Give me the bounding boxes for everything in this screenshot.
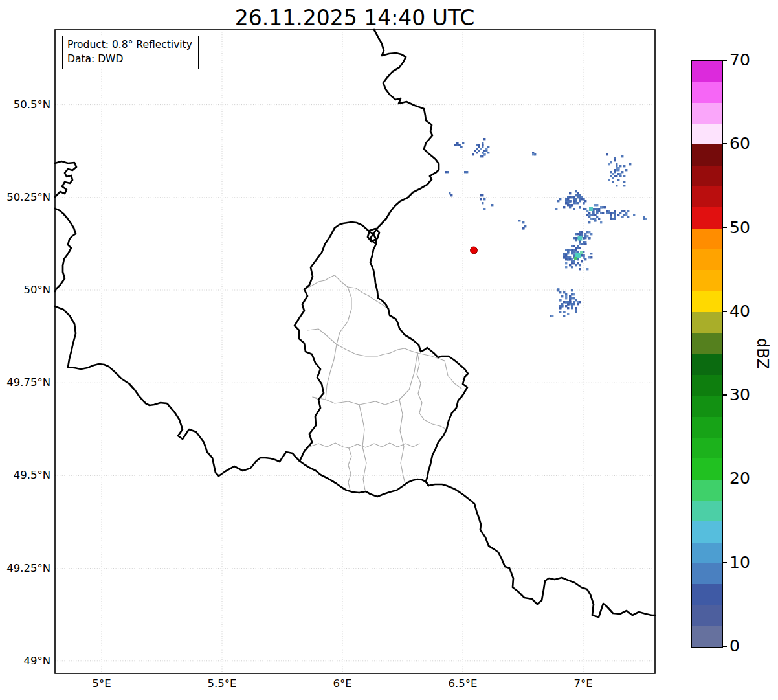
echo-bin (573, 237, 575, 239)
echo-bin (480, 198, 482, 200)
colorbar-tick-label: 20 (729, 469, 750, 488)
echo-bin (555, 208, 557, 210)
echo-bin (588, 212, 590, 214)
colorbar-block (692, 543, 722, 563)
echo-bin (588, 237, 590, 239)
echo-bin (621, 171, 623, 173)
echo-bin (586, 214, 588, 216)
echo-bin (627, 210, 629, 212)
colorbar-block (692, 82, 722, 102)
echo-bin (482, 146, 483, 148)
echo-bin (569, 303, 571, 305)
echo-bin (557, 200, 559, 202)
echo-bin (600, 206, 602, 208)
echo-bin (569, 297, 571, 299)
echo-bin (522, 227, 524, 229)
echo-bin (567, 256, 569, 258)
echo-bin (579, 196, 581, 198)
echo-bin (590, 253, 592, 254)
echo-bin (577, 258, 579, 260)
echo-bin (561, 303, 563, 305)
colorbar-block (692, 124, 722, 144)
colorbar-block (692, 375, 722, 396)
echo-bin (567, 202, 569, 204)
echo-bin (569, 301, 571, 303)
echo-bin (571, 258, 573, 260)
echo-bin (573, 245, 575, 247)
echo-bin (616, 163, 617, 165)
echo-bin (491, 204, 493, 206)
echo-bin (565, 253, 567, 254)
canton-border (399, 400, 406, 486)
echo-bin (623, 175, 625, 177)
echo-bin (581, 198, 583, 200)
echo-bin (569, 264, 571, 266)
echo-bin (579, 247, 581, 249)
echo-bin (559, 307, 561, 309)
lon-tick-label: 5°E (92, 677, 111, 690)
echo-bin (577, 202, 579, 204)
lon-tick-label: 6.5°E (449, 677, 478, 690)
echo-bin (567, 258, 569, 260)
echo-bin (569, 299, 571, 301)
colorbar-block (692, 521, 722, 542)
lat-tick-label: 49.25°N (0, 560, 50, 577)
echo-bin (612, 181, 614, 183)
echo-bin (596, 204, 598, 206)
echo-bin (616, 169, 617, 171)
echo-bin (598, 208, 600, 210)
colorbar-block (692, 207, 722, 228)
echo-bin (569, 256, 571, 258)
echo-bin (575, 247, 577, 249)
echo-bin (571, 253, 573, 254)
echo-bin (567, 200, 569, 202)
echo-bin (579, 206, 581, 208)
echo-bin (557, 289, 559, 291)
country-border (370, 30, 439, 244)
colorbar-block (692, 626, 722, 647)
echo-bin (571, 245, 573, 247)
echo-bin (592, 218, 594, 220)
echo-bin (573, 262, 575, 264)
echo-bin (571, 307, 573, 309)
echo-bin (476, 148, 478, 150)
echo-bin (629, 163, 631, 165)
echo-bin (602, 212, 604, 214)
echo-bin (579, 198, 581, 200)
echo-bin (559, 291, 561, 293)
echo-bin (583, 202, 584, 204)
colorbar-block (692, 291, 722, 312)
echo-bin (596, 212, 598, 214)
echo-bin (610, 216, 612, 218)
echo-bin (579, 200, 581, 202)
echo-bin (584, 243, 586, 245)
echo-bin (606, 212, 608, 214)
echo-bin (569, 258, 571, 260)
colorbar-tick-label: 60 (729, 134, 750, 153)
echo-bin (643, 216, 645, 218)
echo-bin (575, 237, 577, 239)
echo-bin (606, 153, 608, 155)
colorbar (691, 60, 723, 648)
echo-bin (579, 243, 581, 245)
canton-border (337, 287, 351, 344)
echo-bin (565, 301, 567, 303)
echo-bin (565, 256, 567, 258)
echo-bin (485, 150, 487, 152)
lon-tick-label: 5.5°E (208, 677, 237, 690)
lat-tick-label: 50.25°N (0, 189, 50, 206)
echo-bin (532, 153, 534, 155)
echo-bin (594, 214, 596, 216)
echo-bin (550, 315, 551, 317)
echo-core-bin (589, 207, 593, 211)
echo-bin (579, 233, 581, 235)
echo-bin (598, 210, 600, 212)
echo-bin (577, 196, 579, 198)
echo-bin (483, 150, 485, 152)
echo-bin (614, 214, 616, 216)
echo-bin (586, 210, 588, 212)
colorbar-tick-label: 0 (729, 637, 740, 656)
echo-bin (577, 301, 579, 303)
colorbar-block (692, 312, 722, 333)
echo-bin (617, 173, 619, 175)
